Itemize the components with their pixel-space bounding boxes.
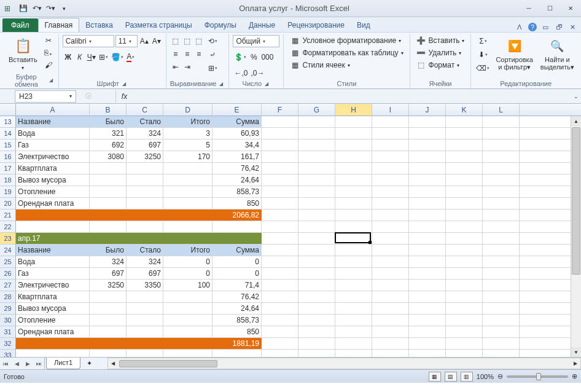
cell-A20[interactable]: Орендная плата <box>16 198 90 209</box>
cell-D13[interactable]: Итого <box>163 116 213 127</box>
cell-F16[interactable] <box>262 151 298 162</box>
cell-F13[interactable] <box>262 116 298 127</box>
row-header-29[interactable]: 29 <box>0 303 15 315</box>
cell-G26[interactable] <box>298 268 335 279</box>
fill-color-button[interactable]: 🪣 <box>110 51 125 63</box>
cell-I19[interactable] <box>372 186 409 197</box>
cell-B25[interactable]: 324 <box>90 256 127 267</box>
col-header-C[interactable]: C <box>127 104 163 116</box>
cell-F22[interactable] <box>262 221 298 232</box>
tab-review[interactable]: Рецензирование <box>281 18 351 32</box>
cell-I23[interactable] <box>372 233 409 244</box>
cell-A22[interactable] <box>16 221 90 232</box>
tab-insert[interactable]: Вставка <box>79 18 119 32</box>
cell-C17[interactable] <box>127 163 163 174</box>
sheet-next-button[interactable]: ▶ <box>22 358 33 369</box>
cell-B18[interactable] <box>90 174 127 186</box>
cell-K19[interactable] <box>446 186 483 197</box>
cell-L14[interactable] <box>483 128 520 139</box>
cell-F33[interactable] <box>262 350 298 357</box>
autosum-button[interactable]: Σ <box>475 35 491 47</box>
scroll-left-button[interactable]: ◀ <box>108 361 118 366</box>
align-bottom-button[interactable]: ⬚ <box>193 35 205 47</box>
grow-font-button[interactable]: A▴ <box>139 35 150 47</box>
conditional-formatting-button[interactable]: ▦Условное форматирование▾ <box>287 35 404 46</box>
cell-F30[interactable] <box>262 315 298 326</box>
cell-I21[interactable] <box>372 210 409 221</box>
cell-F20[interactable] <box>262 198 298 209</box>
cell-J16[interactable] <box>409 151 446 162</box>
cell-D18[interactable] <box>163 174 213 186</box>
cell-C31[interactable] <box>127 326 163 337</box>
cell-L27[interactable] <box>483 280 520 291</box>
row-header-19[interactable]: 19 <box>0 186 15 198</box>
increase-decimal-button[interactable]: ←,0 <box>233 67 249 79</box>
cell-F17[interactable] <box>262 163 298 174</box>
cell-L29[interactable] <box>483 303 520 314</box>
cell-B30[interactable] <box>90 315 127 326</box>
row-header-22[interactable]: 22 <box>0 221 15 233</box>
cell-I27[interactable] <box>372 280 409 291</box>
cell-C32[interactable] <box>127 338 163 349</box>
cell-J20[interactable] <box>409 198 446 209</box>
font-color-button[interactable]: A <box>125 51 136 63</box>
cell-C26[interactable]: 697 <box>127 268 163 279</box>
cell-D17[interactable] <box>163 163 213 174</box>
cell-H32[interactable] <box>335 338 372 349</box>
col-header-D[interactable]: D <box>163 104 213 116</box>
col-header-A[interactable]: A <box>16 104 90 116</box>
cell-E22[interactable] <box>213 221 262 232</box>
cell-G14[interactable] <box>298 128 335 139</box>
cell-B16[interactable]: 3080 <box>90 151 127 162</box>
cell-C19[interactable] <box>127 186 163 197</box>
cell-C18[interactable] <box>127 174 163 186</box>
cell-C33[interactable] <box>127 350 163 357</box>
tab-view[interactable]: Вид <box>351 18 376 32</box>
row-header-18[interactable]: 18 <box>0 174 15 186</box>
cell-I29[interactable] <box>372 303 409 314</box>
cell-B24[interactable]: Было <box>90 245 127 256</box>
cell-D29[interactable] <box>163 303 213 314</box>
cell-L20[interactable] <box>483 198 520 209</box>
row-header-15[interactable]: 15 <box>0 139 15 151</box>
cell-C28[interactable] <box>127 291 163 302</box>
cell-H31[interactable] <box>335 326 372 337</box>
decrease-indent-button[interactable]: ⇤ <box>170 61 181 73</box>
cell-E18[interactable]: 24,64 <box>213 174 262 186</box>
cell-I14[interactable] <box>372 128 409 139</box>
col-header-I[interactable]: I <box>372 104 409 116</box>
cell-H16[interactable] <box>335 151 372 162</box>
tab-formulas[interactable]: Формулы <box>198 18 243 32</box>
cell-D25[interactable]: 0 <box>163 256 213 267</box>
cell-B19[interactable] <box>90 186 127 197</box>
cell-E19[interactable]: 858,73 <box>213 186 262 197</box>
sort-filter-button[interactable]: 🔽 Сортировка и фильтр▾ <box>493 35 535 72</box>
cell-A16[interactable]: Электричество <box>16 151 90 162</box>
row-header-20[interactable]: 20 <box>0 198 15 210</box>
cell-E21[interactable]: 2066,82 <box>213 210 262 221</box>
cut-button[interactable]: ✂ <box>42 35 55 46</box>
cell-G21[interactable] <box>298 210 335 221</box>
cell-E23[interactable] <box>213 233 262 244</box>
cell-D21[interactable] <box>163 210 213 221</box>
expand-formula-bar[interactable]: ⌄ <box>571 93 581 100</box>
cell-A30[interactable]: Отопление <box>16 315 90 326</box>
cell-G28[interactable] <box>298 291 335 302</box>
cell-G33[interactable] <box>298 350 335 357</box>
cell-K15[interactable] <box>446 139 483 151</box>
cell-L15[interactable] <box>483 139 520 151</box>
cell-K21[interactable] <box>446 210 483 221</box>
cell-D27[interactable]: 100 <box>163 280 213 291</box>
cell-L33[interactable] <box>483 350 520 357</box>
horizontal-scrollbar[interactable]: ◀ ▶ <box>107 358 581 369</box>
cell-K20[interactable] <box>446 198 483 209</box>
zoom-in-button[interactable]: ⊕ <box>572 372 577 380</box>
cell-J23[interactable] <box>409 233 446 244</box>
cell-E27[interactable]: 71,4 <box>213 280 262 291</box>
cell-I33[interactable] <box>372 350 409 357</box>
col-header-K[interactable]: K <box>446 104 483 116</box>
cell-D32[interactable] <box>163 338 213 349</box>
zoom-slider[interactable] <box>507 375 568 378</box>
cell-E32[interactable]: 1881,19 <box>213 338 262 349</box>
cell-C25[interactable]: 324 <box>127 256 163 267</box>
